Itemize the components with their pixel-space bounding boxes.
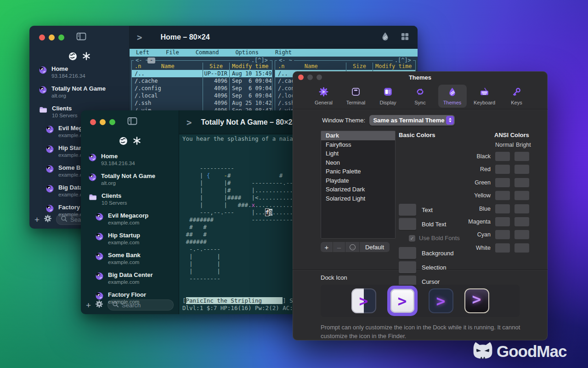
ansi-normal-swatch[interactable] (495, 204, 510, 213)
ansi-bright-swatch[interactable] (514, 165, 529, 174)
server-item[interactable]: Home93.184.216.34 (89, 153, 179, 172)
theme-list-item[interactable]: Dark (321, 131, 395, 140)
dock-icon-keycap[interactable]: > (464, 288, 489, 313)
close-button[interactable] (39, 34, 45, 40)
theme-list-item[interactable]: Playdate (321, 176, 395, 185)
split-grid-icon[interactable] (401, 32, 409, 43)
color-swatch[interactable] (399, 218, 416, 230)
mc-menu-item[interactable]: Left (136, 49, 149, 57)
close-button[interactable] (298, 75, 304, 80)
server-item[interactable]: Totally Not A Gamealt.org (39, 85, 129, 105)
tab-terminal[interactable]: Terminal (342, 85, 370, 108)
ansi-bright-swatch[interactable] (514, 191, 529, 200)
minimize-button[interactable] (307, 75, 313, 80)
mc-file-name: /.config (132, 85, 203, 92)
tab-general[interactable]: >General (310, 85, 338, 108)
tab-keyboard[interactable]: Keyboard (470, 85, 499, 108)
zoom-button[interactable] (109, 119, 115, 125)
mc-menu-item[interactable]: File (166, 49, 179, 57)
search-input[interactable] (122, 302, 169, 309)
tab-keys[interactable]: Keys (503, 85, 531, 108)
minimize-button[interactable] (49, 34, 55, 40)
tab-display[interactable]: Display (374, 85, 402, 108)
server-item[interactable]: Clients10 Servers (89, 192, 179, 212)
mc-file-time: Aug 10 15:49 (229, 70, 272, 77)
mc-file-row[interactable]: /.local4096Sep 6 09:04 (132, 92, 272, 99)
window-theme-dropdown[interactable]: Same as Terminal Theme (369, 115, 455, 126)
mc-menu-item[interactable]: Command (196, 49, 219, 57)
ansi-bright-swatch[interactable] (514, 217, 529, 226)
ansi-normal-swatch[interactable] (495, 165, 510, 174)
tab-themes[interactable]: Themes (438, 85, 467, 108)
theme-list-item[interactable]: Panic Palette (321, 167, 395, 176)
add-theme-button[interactable]: + (321, 242, 333, 252)
mc-collapse-marker[interactable]: - (147, 58, 155, 63)
sidebar-titlebar[interactable] (81, 110, 179, 133)
mc-file-row[interactable]: /.cache4096Sep 6 09:04 (132, 77, 272, 85)
zoom-button[interactable] (317, 75, 322, 80)
dock-icon-dark[interactable]: > (429, 288, 453, 313)
ansi-bright-swatch[interactable] (514, 243, 529, 253)
tab-sync[interactable]: Sync (406, 85, 435, 108)
remove-theme-button[interactable]: – (333, 242, 345, 252)
more-options-button[interactable]: … (345, 242, 360, 252)
use-bold-fonts-checkbox[interactable]: ✓ Use Bold Fonts (409, 235, 460, 242)
theme-list-item[interactable]: Light (321, 149, 395, 158)
mc-file-row[interactable]: /.config4096Sep 6 09:04 (132, 85, 272, 92)
theme-list-item[interactable]: Solarized Dark (321, 185, 395, 194)
ansi-normal-swatch[interactable] (495, 191, 510, 200)
mc-col-time[interactable]: Modify time (229, 63, 272, 70)
server-item[interactable]: Totally Not A Gamealt.org (89, 172, 179, 192)
theme-list-item[interactable]: Neon (321, 158, 395, 167)
close-button[interactable] (90, 119, 96, 125)
mc-col-time[interactable]: Modify time (373, 63, 415, 70)
terminal-titlebar[interactable]: > Home – 80×24 (130, 26, 418, 49)
theme-drop-icon[interactable] (381, 32, 390, 43)
ansi-normal-swatch[interactable] (495, 243, 510, 253)
mc-menu-item[interactable]: Right (275, 49, 292, 57)
server-title: Totally Not A Game (51, 85, 106, 92)
mc-file-row[interactable]: /..UP--DIRAug 10 15:49 (132, 70, 272, 77)
window-titlebar[interactable]: Themes (293, 71, 548, 83)
settings-gear-icon[interactable] (95, 300, 103, 310)
ansi-bright-swatch[interactable] (514, 152, 529, 161)
ansi-bright-swatch[interactable] (514, 230, 529, 239)
color-swatch[interactable] (399, 204, 416, 216)
ansi-normal-swatch[interactable] (495, 152, 510, 161)
server-item[interactable]: Evil Megacorpexample.com (89, 212, 179, 232)
mc-file-row[interactable]: /.ssh4096Aug 25 10:42 (132, 99, 272, 107)
zoom-button[interactable] (58, 34, 64, 40)
mc-col-size[interactable]: Size (203, 63, 229, 70)
mc-col-size[interactable]: Size (346, 63, 373, 70)
ansi-normal-swatch[interactable] (495, 217, 510, 226)
dock-icon-light-selected[interactable]: > (387, 286, 418, 316)
ansi-normal-swatch[interactable] (495, 230, 510, 239)
default-theme-button[interactable]: Default (360, 242, 390, 252)
mc-col-name[interactable]: .n Name (275, 63, 346, 70)
sidebar-toggle-icon[interactable] (76, 32, 86, 43)
mc-col-name[interactable]: .n Name (132, 63, 203, 70)
theme-list-item[interactable]: Solarized Light (321, 194, 395, 203)
search-field[interactable] (107, 299, 174, 310)
settings-gear-icon[interactable] (44, 214, 52, 224)
mc-menu-item[interactable]: Options (235, 49, 259, 57)
server-item[interactable]: Some Bankexample.com (89, 252, 179, 271)
add-server-button[interactable]: + (34, 215, 40, 224)
sidebar-brand (29, 49, 129, 65)
color-swatch[interactable] (399, 261, 416, 273)
ansi-bright-swatch[interactable] (514, 204, 529, 213)
minimize-button[interactable] (100, 119, 106, 125)
theme-list-item[interactable]: Fairyfloss (321, 140, 395, 150)
server-item[interactable]: Big Data Centerexample.com (89, 271, 179, 291)
server-item[interactable]: Hip Startupexample.com (89, 232, 179, 252)
ansi-bright-swatch[interactable] (514, 178, 529, 187)
sidebar-toggle-icon[interactable] (127, 116, 137, 127)
server-item[interactable]: Home93.184.216.34 (39, 65, 129, 85)
ansi-normal-swatch[interactable] (495, 178, 510, 187)
sidebar-titlebar[interactable] (29, 26, 129, 49)
server-item-text: Home93.184.216.34 (101, 153, 135, 166)
ansi-color-row: Blue (488, 204, 529, 213)
dock-icon-split[interactable]: > (351, 288, 376, 313)
color-swatch[interactable] (399, 247, 416, 259)
add-server-button[interactable]: + (86, 301, 91, 310)
